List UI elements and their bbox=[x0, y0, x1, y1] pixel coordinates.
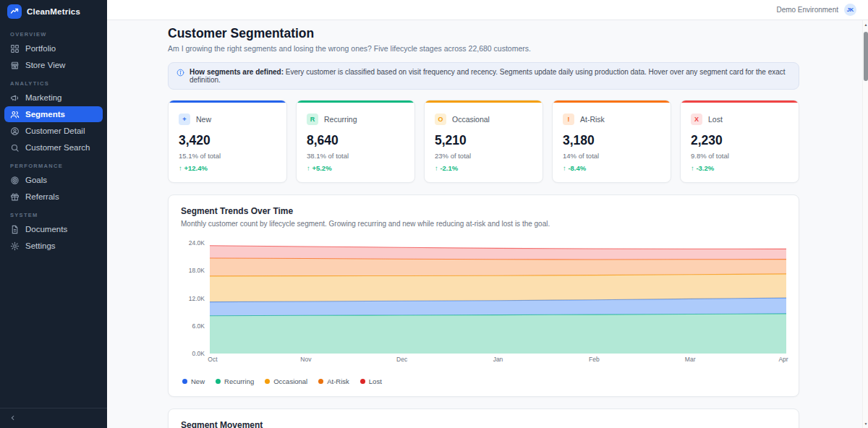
segment-value: 8,640 bbox=[307, 133, 404, 148]
y-axis-tick: 6.0K bbox=[192, 322, 205, 330]
sidebar-item-documents[interactable]: Documents bbox=[4, 221, 103, 237]
sidebar-item-label: Customer Detail bbox=[25, 127, 85, 135]
user-avatar[interactable]: JK bbox=[844, 4, 856, 16]
sidebar-item-label: Referrals bbox=[25, 192, 59, 201]
segment-share: 23% of total bbox=[435, 152, 532, 160]
segment-label: Recurring bbox=[324, 115, 357, 124]
info-icon bbox=[176, 69, 184, 77]
sidebar: CleanMetrics Overview Portfolio Store Vi… bbox=[0, 0, 107, 428]
sidebar-item-goals[interactable]: Goals bbox=[4, 172, 103, 188]
y-axis-tick: 18.0K bbox=[189, 267, 205, 274]
legend-item-lost[interactable]: Lost bbox=[360, 377, 382, 385]
x-axis-tick: Jan bbox=[493, 356, 503, 363]
movement-panel: Segment Movement How customers are flowi… bbox=[168, 408, 799, 428]
x-axis-tick: Feb bbox=[589, 356, 600, 363]
legend-label: New bbox=[191, 377, 205, 385]
scrollbar-thumb[interactable] bbox=[864, 32, 868, 81]
segment-value: 3,180 bbox=[563, 133, 660, 148]
legend-label: Lost bbox=[369, 377, 382, 385]
segment-value: 2,230 bbox=[691, 133, 788, 148]
segment-badge: R bbox=[307, 114, 318, 125]
segment-label: At-Risk bbox=[580, 115, 605, 124]
segment-trend: ↑ +5.2% bbox=[307, 164, 404, 172]
sidebar-item-label: Marketing bbox=[25, 93, 62, 102]
store-icon bbox=[10, 61, 20, 70]
sidebar-item-label: Store View bbox=[25, 61, 65, 69]
environment-label: Demo Environment bbox=[776, 6, 838, 14]
megaphone-icon bbox=[10, 93, 20, 103]
app-root: CleanMetrics Overview Portfolio Store Vi… bbox=[0, 0, 868, 428]
scroll-down-arrow[interactable]: ▼ bbox=[863, 421, 868, 426]
stacked-area-chart[interactable]: 0.0K6.0K12.0K18.0K24.0K bbox=[181, 243, 786, 354]
legend-dot bbox=[318, 379, 323, 384]
legend-item-new[interactable]: New bbox=[182, 377, 205, 385]
segment-label: New bbox=[196, 115, 211, 124]
movement-title: Segment Movement bbox=[181, 420, 786, 428]
definition-banner: How segments are defined: Every customer… bbox=[168, 62, 799, 90]
segment-share: 38.1% of total bbox=[307, 152, 404, 160]
search-icon bbox=[10, 143, 20, 153]
x-axis-tick: Mar bbox=[685, 356, 696, 363]
sidebar-item-store-view[interactable]: Store View bbox=[4, 57, 103, 73]
sidebar-nav: Overview Portfolio Store View Analytics … bbox=[0, 22, 107, 408]
segment-trend: ↑ -8.4% bbox=[563, 164, 660, 172]
app-name: CleanMetrics bbox=[27, 7, 80, 16]
y-axis-tick: 0.0K bbox=[192, 350, 205, 357]
sidebar-collapse-button[interactable] bbox=[0, 408, 107, 428]
sidebar-item-referrals[interactable]: Referrals bbox=[4, 189, 103, 205]
topbar: Demo Environment JK bbox=[107, 0, 868, 20]
legend-item-occasional[interactable]: Occasional bbox=[265, 377, 307, 385]
banner-bold: How segments are defined: bbox=[190, 68, 284, 76]
target-icon bbox=[10, 176, 20, 185]
segment-card-at-risk[interactable]: !At-Risk 3,180 14% of total ↑ -8.4% bbox=[552, 100, 671, 183]
legend-dot bbox=[360, 379, 365, 384]
y-axis-tick: 24.0K bbox=[189, 239, 205, 247]
trends-panel: Segment Trends Over Time Monthly custome… bbox=[168, 194, 799, 397]
users-icon bbox=[10, 110, 20, 119]
section-label-system: System bbox=[4, 205, 103, 221]
sidebar-item-label: Goals bbox=[25, 176, 47, 184]
segment-card-recurring[interactable]: RRecurring 8,640 38.1% of total ↑ +5.2% bbox=[296, 100, 415, 183]
scroll-up-arrow[interactable]: ▲ bbox=[863, 22, 868, 27]
legend-item-recurring[interactable]: Recurring bbox=[216, 377, 254, 385]
sidebar-item-portfolio[interactable]: Portfolio bbox=[4, 40, 103, 56]
segment-share: 9.8% of total bbox=[691, 152, 788, 160]
sidebar-item-customer-search[interactable]: Customer Search bbox=[4, 140, 103, 155]
legend-dot bbox=[182, 379, 187, 384]
sidebar-item-marketing[interactable]: Marketing bbox=[4, 90, 103, 106]
gift-icon bbox=[10, 192, 20, 202]
chart-plot-area[interactable] bbox=[210, 243, 786, 354]
trends-title: Segment Trends Over Time bbox=[181, 206, 786, 216]
sidebar-item-label: Customer Search bbox=[25, 143, 90, 152]
main-content: Customer Segmentation Am I growing the r… bbox=[107, 20, 862, 428]
segment-card-occasional[interactable]: OOccasional 5,210 23% of total ↑ -2.1% bbox=[424, 100, 543, 183]
logo-row: CleanMetrics bbox=[0, 0, 107, 22]
y-axis-tick: 12.0K bbox=[189, 295, 205, 302]
x-axis-tick: Nov bbox=[300, 356, 311, 363]
vertical-scrollbar[interactable]: ▲ ▼ bbox=[862, 20, 868, 428]
sidebar-item-settings[interactable]: Settings bbox=[4, 238, 103, 254]
segment-trend: ↑ -3.2% bbox=[691, 164, 788, 172]
segment-card-new[interactable]: +New 3,420 15.1% of total ↑ +12.4% bbox=[168, 100, 287, 183]
legend-dot bbox=[265, 379, 270, 384]
user-circle-icon bbox=[10, 127, 20, 136]
logo-icon bbox=[7, 4, 22, 19]
banner-text: How segments are defined: Every customer… bbox=[190, 68, 791, 84]
x-axis-tick: Apr bbox=[778, 356, 788, 363]
page-title: Customer Segmentation bbox=[168, 26, 799, 41]
segment-card-lost[interactable]: XLost 2,230 9.8% of total ↑ -3.2% bbox=[680, 100, 799, 183]
segment-value: 3,420 bbox=[179, 133, 276, 148]
sidebar-item-label: Documents bbox=[25, 225, 67, 234]
segment-badge: ! bbox=[563, 114, 574, 125]
segment-label: Lost bbox=[708, 115, 723, 124]
sidebar-item-label: Portfolio bbox=[25, 44, 56, 53]
document-icon bbox=[10, 225, 20, 234]
legend-item-at-risk[interactable]: At-Risk bbox=[318, 377, 349, 385]
section-label-overview: Overview bbox=[4, 25, 103, 40]
x-axis-tick: Dec bbox=[396, 356, 407, 363]
sidebar-item-customer-detail[interactable]: Customer Detail bbox=[4, 123, 103, 139]
sidebar-item-segments[interactable]: Segments bbox=[4, 106, 103, 122]
segment-badge: + bbox=[179, 114, 190, 125]
chart-legend: NewRecurringOccasionalAt-RiskLost bbox=[181, 377, 786, 385]
gear-icon bbox=[10, 241, 20, 251]
